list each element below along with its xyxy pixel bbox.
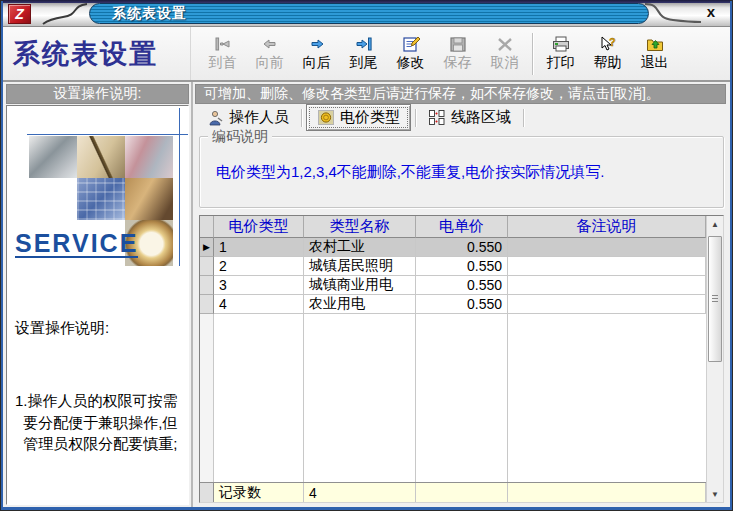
photo-pen (77, 136, 125, 178)
line-region-icon (428, 109, 446, 126)
cancel-label: 取消 (491, 54, 519, 72)
note-item-1: 1.操作人员的权限可按需 要分配便于兼职操作,但 管理员权限分配要慎重; (15, 390, 184, 454)
cell-note[interactable] (508, 238, 706, 257)
cell-unit-price[interactable]: 0.550 (416, 257, 508, 276)
sidebar: 设置操作说明: SERVICE 设置操作说明: 1.操作人员的权限可按需 要分配… (3, 82, 193, 507)
save-label: 保存 (444, 54, 472, 72)
tab-separator (523, 109, 524, 127)
scroll-up-button[interactable]: ▲ (707, 216, 723, 232)
toolbar-separator (532, 33, 533, 75)
save-button[interactable]: 保存 (434, 30, 481, 78)
col-header-unit-price[interactable]: 电单价 (416, 216, 508, 238)
page-title: 系统表设置 (3, 27, 191, 80)
service-logo-text: SERVICE (15, 230, 138, 258)
scrollbar-track[interactable] (707, 232, 723, 486)
help-button[interactable]: ? 帮助 (584, 30, 631, 78)
toolbar: 系统表设置 到首 向前 向后 (3, 27, 730, 82)
tab-operators-label: 操作人员 (229, 108, 289, 127)
cell-type-name[interactable]: 城镇居民照明 (304, 257, 416, 276)
first-icon (213, 35, 233, 53)
last-label: 到尾 (350, 54, 378, 72)
grid-body: 电价类型 类型名称 电单价 备注说明 ▶1农村工业0.5502城镇居民照明0.5… (200, 216, 706, 502)
row-indicator[interactable] (200, 257, 214, 276)
print-button[interactable]: 打印 (537, 30, 584, 78)
tab-separator (301, 109, 302, 127)
cell-unit-price[interactable]: 0.550 (416, 295, 508, 314)
next-button[interactable]: 向后 (293, 30, 340, 78)
table-row[interactable]: 2城镇居民照明0.550 (200, 257, 706, 276)
code-description-groupbox: 编码说明 电价类型为1,2,3,4不能删除,不能重复,电价按实际情况填写. (199, 136, 724, 208)
cell-unit-price[interactable]: 0.550 (416, 238, 508, 257)
scroll-down-button[interactable]: ▼ (707, 486, 723, 502)
cell-type-name[interactable]: 城镇商业用电 (304, 276, 416, 295)
cell-price-type[interactable]: 2 (214, 257, 304, 276)
first-button[interactable]: 到首 (199, 30, 246, 78)
sidebar-body: SERVICE 设置操作说明: 1.操作人员的权限可按需 要分配便于兼职操作,但… (6, 105, 189, 505)
col-header-price-type[interactable]: 电价类型 (214, 216, 304, 238)
exit-button[interactable]: 退出 (631, 30, 678, 78)
tab-price-type-label: 电价类型 (340, 108, 400, 127)
main-panel: 可增加、删除、修改各类型后请进行保存，如不保存修改，请点击[取消]。 操作人员 … (193, 82, 730, 507)
cell-price-type[interactable]: 4 (214, 295, 304, 314)
cancel-button[interactable]: 取消 (481, 30, 528, 78)
row-indicator[interactable] (200, 276, 214, 295)
help-label: 帮助 (594, 54, 622, 72)
row-indicator[interactable]: ▶ (200, 238, 214, 257)
save-icon (448, 35, 468, 53)
table-row[interactable]: ▶1农村工业0.550 (200, 238, 706, 257)
tab-separator (415, 109, 416, 127)
prev-button[interactable]: 向前 (246, 30, 293, 78)
cell-type-name[interactable]: 农村工业 (304, 238, 416, 257)
row-indicator[interactable] (200, 295, 214, 314)
cancel-icon (495, 35, 515, 53)
next-icon (307, 35, 327, 53)
toolbar-buttons: 到首 向前 向后 到尾 (191, 27, 678, 80)
footer-record-count-label: 记录数 (214, 483, 304, 502)
tab-line-region[interactable]: 线路区域 (420, 106, 519, 129)
table-row[interactable]: 3城镇商业用电0.550 (200, 276, 706, 295)
tab-price-type[interactable]: 电价类型 (306, 104, 411, 131)
exit-icon (645, 35, 665, 53)
footer-indicator (200, 483, 214, 502)
photo-pens (125, 136, 173, 178)
content-area: 设置操作说明: SERVICE 设置操作说明: 1.操作人员的权限可按需 要分配… (3, 82, 730, 507)
close-button[interactable]: x (702, 3, 720, 21)
next-label: 向后 (303, 54, 331, 72)
cell-price-type[interactable]: 3 (214, 276, 304, 295)
price-type-grid: 电价类型 类型名称 电单价 备注说明 ▶1农村工业0.5502城镇居民照明0.5… (199, 215, 724, 503)
prev-icon (260, 35, 280, 53)
first-label: 到首 (209, 54, 237, 72)
decor-line-horizontal (27, 134, 189, 135)
cell-price-type[interactable]: 1 (214, 238, 304, 257)
cell-type-name[interactable]: 农业用电 (304, 295, 416, 314)
last-button[interactable]: 到尾 (340, 30, 387, 78)
help-icon: ? (598, 35, 618, 53)
footer-record-count-value: 4 (304, 483, 416, 502)
vertical-scrollbar[interactable]: ▲ ▼ (706, 216, 723, 502)
scrollbar-grip (712, 295, 718, 303)
photo-flashlight (29, 136, 77, 178)
photo-hand (125, 178, 173, 220)
cell-note[interactable] (508, 295, 706, 314)
col-header-type-name[interactable]: 类型名称 (304, 216, 416, 238)
print-label: 打印 (547, 54, 575, 72)
col-header-note[interactable]: 备注说明 (508, 216, 706, 238)
tab-line-region-label: 线路区域 (451, 108, 511, 127)
app-surface: Z 系统表设置 x 系统表设置 到首 向前 (3, 0, 730, 507)
cell-note[interactable] (508, 257, 706, 276)
titlebar-swoosh-right (643, 2, 703, 26)
title-bar: Z 系统表设置 x (3, 0, 730, 27)
photo-keyboard (77, 178, 125, 220)
edit-label: 修改 (397, 54, 425, 72)
last-icon (354, 35, 374, 53)
tab-operators[interactable]: 操作人员 (199, 106, 297, 129)
cell-note[interactable] (508, 276, 706, 295)
table-row[interactable]: 4农业用电0.550 (200, 295, 706, 314)
tab-bar: 操作人员 电价类型 线路区域 (195, 104, 726, 131)
price-type-icon (317, 109, 335, 126)
sidebar-notes: 设置操作说明: 1.操作人员的权限可按需 要分配便于兼职操作,但 管理员权限分配… (15, 274, 184, 505)
edit-button[interactable]: 修改 (387, 30, 434, 78)
app-logo-icon: Z (8, 4, 31, 24)
scrollbar-thumb[interactable] (708, 236, 722, 362)
cell-unit-price[interactable]: 0.550 (416, 276, 508, 295)
